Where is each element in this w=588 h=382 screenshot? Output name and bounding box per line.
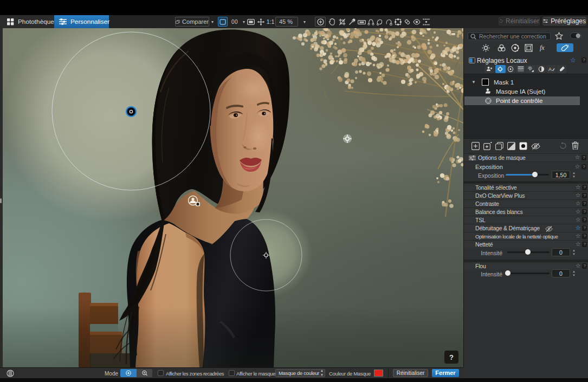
svg-text:?: ? [449, 353, 454, 361]
svg-text:A: A [548, 67, 552, 72]
